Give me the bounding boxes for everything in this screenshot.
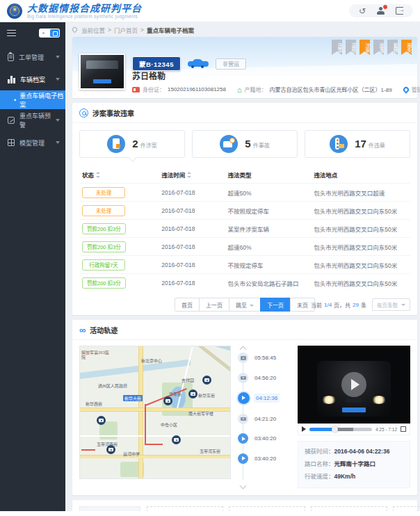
timeline-entry[interactable]: 04:12:36 [238, 392, 292, 404]
play-button[interactable] [302, 426, 306, 432]
sidebar-item-model-manage[interactable]: 模型管理 [0, 131, 65, 154]
page-size-select[interactable]: 每页条数 [372, 298, 410, 311]
table-row: 未处理 2016-07-018 超速50% 包头市光明西路交叉口超速 [79, 184, 410, 202]
violation-type: 不按规定停车 [225, 256, 311, 274]
sidebar-item-work-order[interactable]: 工单管理 [0, 46, 65, 68]
camera-marker[interactable] [163, 396, 172, 405]
map-label: 玉带河东街 [200, 448, 220, 454]
user-notification-icon[interactable] [377, 7, 385, 15]
status-badge: 未处理 [82, 205, 125, 216]
app-subtitle: Big Data Intelligence platform synthetic… [27, 14, 142, 19]
id-card-icon [132, 87, 140, 92]
breadcrumb-separator: > [108, 26, 111, 33]
next-page-button[interactable]: 下一页 [260, 298, 291, 312]
stat-card-cases[interactable]: 2件涉案 [79, 130, 185, 158]
route-line [145, 444, 163, 445]
violation-type: 包头市公安局北路石子路口 [225, 274, 311, 292]
violation-place: 包头市光明西路交叉口超速 [311, 184, 410, 202]
section-title: 涉案事故违章 [92, 108, 134, 118]
timeline-entry[interactable]: 05:58:45 [238, 353, 292, 363]
stat-card-violations[interactable]: 17件违章 [305, 130, 410, 158]
column-header-status[interactable]: 状态 [79, 167, 159, 184]
stat-card-accidents[interactable]: 5件事故 [192, 130, 298, 158]
logout-icon[interactable] [396, 7, 403, 15]
location-pin-icon [72, 26, 79, 33]
stat-count: 17 [355, 138, 366, 150]
timeline-entry[interactable]: 04:21:20 [238, 414, 292, 424]
breadcrumb-current: 重点车辆电子档案 [147, 26, 194, 34]
status-badge: 行政拘留7天 [82, 259, 125, 271]
pin-icon [402, 86, 410, 93]
owner-card: 车辆所有人姓名：王五 登记机关：包头市车管所 登记时间：2012-06-03 证… [311, 506, 387, 511]
violation-place: 包头市光明西路交叉口向东50米 [311, 274, 410, 292]
violation-table: 状态 违法时间 违法类型 违法地点 未处理 2016-07-018 超速50% … [79, 167, 410, 291]
sidebar-lock-toggle[interactable] [39, 29, 60, 38]
camera-marker[interactable] [188, 389, 197, 398]
jump-page-select[interactable]: 跳至 [229, 298, 261, 312]
case-doc-icon [107, 135, 125, 153]
vehicle-status-ribbons: 违章 盗抢 涉案 逃逸 套牌 报失 [332, 40, 412, 55]
timeline-entry[interactable]: 04:56:20 [238, 373, 292, 383]
model-manage-icon [8, 139, 15, 146]
map-road-label: 新华大街 [123, 395, 143, 401]
column-header-time[interactable]: 违法时间 [159, 167, 225, 184]
police-badge-logo [7, 3, 22, 19]
status-badge: 罚款200 扣3分 [82, 223, 126, 234]
play-overlay-button[interactable] [341, 372, 366, 397]
stat-unit: 件违章 [369, 143, 385, 149]
route-map[interactable]: 解放军第263医院 新北京中心 通州区人民政府 吉祥园 华东街 新华东街 新华西… [79, 346, 231, 479]
timeline-scroll-down-icon[interactable] [240, 483, 247, 490]
timeline-time: 04:56:20 [252, 373, 278, 382]
pagination: 首页 上一页 跳至 下一页 末页 当前 1/4 页，共 29 条 每页条数 [79, 294, 410, 315]
camera-marker[interactable] [97, 416, 106, 425]
timeline-entry[interactable]: 03:40:20 [238, 453, 292, 464]
violation-type: 超速50% [225, 184, 311, 202]
map-label: 通州区人民政府 [98, 382, 127, 389]
vehicle-archive-icon [8, 76, 15, 83]
info-tab[interactable]: 基本信息 [79, 506, 140, 511]
capture-info: 捕获时间：2016-04-06 04:22:36 路口名称：光辉南十字路口 行驶… [298, 441, 410, 488]
prev-page-button[interactable]: 上一页 [199, 298, 229, 312]
video-column: 4:25 - 7:12 捕获时间：2016-04-06 04:22:36 路口名… [298, 346, 410, 488]
fullscreen-icon[interactable] [401, 426, 406, 432]
vehicle-warning-icon [8, 117, 15, 124]
map-road [138, 346, 143, 478]
map-road [191, 346, 231, 388]
table-row: 未处理 2016-07-018 不按照规定停车 包头市光明西路交叉口向东50米 [79, 202, 410, 220]
camera-marker[interactable] [172, 435, 181, 444]
origin-field: ⌂ 产籍地：内蒙古自治区包头市青山区光辉小区（二区）1-89 [237, 86, 392, 93]
breadcrumb-home[interactable]: 门户首页 [114, 26, 138, 34]
undo-icon[interactable]: ↺ [359, 8, 366, 15]
sidebar-item-vehicle-archive[interactable]: 车辆档案 [0, 68, 65, 90]
sort-icon[interactable] [96, 172, 100, 178]
timeline-entry[interactable]: 03:40:20 [238, 433, 292, 444]
timeline-scroll-up-icon[interactable] [240, 346, 247, 353]
chevron-down-icon [56, 141, 60, 144]
camera-marker[interactable] [202, 376, 211, 385]
timeline-capture-icon [238, 453, 248, 464]
route-line [145, 404, 146, 444]
car-grille [346, 397, 362, 403]
timeline-time: 04:21:20 [252, 414, 278, 424]
notification-badge [382, 4, 388, 10]
sidebar-item-vehicle-warning[interactable]: 重点车辆预警 [0, 109, 65, 131]
violation-time: 2016-07-018 [159, 274, 225, 292]
status-ribbon: 涉案 [360, 40, 370, 55]
menu-collapse-icon[interactable] [7, 30, 16, 37]
first-page-button[interactable]: 首页 [175, 298, 200, 312]
progress-handle[interactable] [332, 426, 338, 433]
home-icon: ⌂ [237, 87, 242, 92]
violation-place: 包头市光明西路交叉口向东50米 [311, 238, 410, 256]
sidebar-subitem-key-vehicle-archive[interactable]: 重点车辆电子档案 [0, 90, 65, 109]
violation-time: 2016-07-018 [159, 184, 225, 202]
video-progress-bar[interactable] [309, 428, 372, 431]
table-row: 罚款200 扣3分 2016-07-018 某案件涉案车辆 包头市光明西路交叉口… [79, 220, 410, 238]
capture-time-value: 2016-04-06 04:22:36 [334, 448, 390, 455]
speed-value: 49Km/h [334, 473, 356, 480]
owner-card: 车辆所有人姓名：王五 登记机关：包头市车管所 登记时间：2012-06-03 证… [393, 506, 420, 511]
timeline-capture-icon [238, 353, 248, 363]
sort-icon[interactable] [187, 172, 191, 178]
info-tabs: 基本信息 交易信息 保险信息 [79, 506, 140, 511]
chevron-down-icon [250, 305, 254, 307]
video-marker[interactable] [106, 445, 115, 454]
